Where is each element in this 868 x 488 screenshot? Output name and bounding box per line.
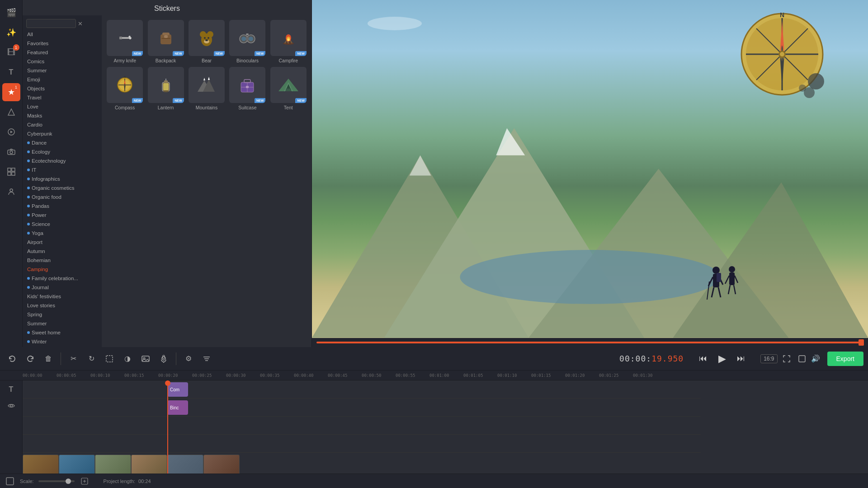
- scale-expand-button[interactable]: [79, 476, 90, 487]
- volume-button[interactable]: 🔊: [811, 354, 820, 363]
- cat-travel[interactable]: Travel: [23, 93, 102, 102]
- add-track-button[interactable]: [5, 476, 15, 487]
- cat-comics[interactable]: Comics: [23, 57, 102, 66]
- clip-compass[interactable]: Com: [167, 382, 188, 397]
- expand-button[interactable]: [780, 352, 793, 365]
- sticker-army-knife[interactable]: NEW Army knife: [106, 20, 143, 63]
- cat-cardio[interactable]: Cardio: [23, 120, 102, 129]
- text-icon[interactable]: T: [2, 63, 20, 81]
- sticker-bear[interactable]: NEW Bear: [188, 20, 225, 63]
- play-button[interactable]: ▶: [714, 351, 730, 366]
- scale-slider[interactable]: [38, 480, 75, 482]
- cat-all[interactable]: All: [23, 30, 102, 39]
- crop-button[interactable]: [102, 351, 117, 366]
- cat-ecotechnology[interactable]: Ecotechnology: [23, 156, 102, 165]
- cut-button[interactable]: ✂: [66, 351, 81, 366]
- search-close-icon[interactable]: ✕: [78, 20, 83, 27]
- svg-rect-115: [799, 356, 805, 362]
- cat-winter[interactable]: Winter: [23, 337, 102, 346]
- tl-eye-tool[interactable]: [4, 399, 19, 413]
- video-icon[interactable]: 🎬: [2, 4, 20, 22]
- skip-forward-button[interactable]: ⏭: [733, 351, 749, 366]
- progress-track[interactable]: [316, 342, 863, 343]
- undo-button[interactable]: [5, 351, 20, 366]
- image-button[interactable]: [138, 351, 153, 366]
- sticker-tent-thumb: NEW: [270, 67, 307, 103]
- search-input[interactable]: [26, 19, 76, 28]
- cat-bohemian[interactable]: Bohemian: [23, 256, 102, 265]
- audio-button[interactable]: [156, 351, 171, 366]
- tl-text-tool[interactable]: T: [4, 382, 19, 397]
- cat-emoji[interactable]: Emoji: [23, 75, 102, 84]
- filters-button[interactable]: [199, 351, 214, 366]
- shapes-icon[interactable]: [2, 103, 20, 121]
- sticker-mountains[interactable]: Mountains: [188, 67, 225, 110]
- project-length-label: Project length: 00:24: [104, 479, 151, 484]
- cat-summer[interactable]: Summer: [23, 66, 102, 75]
- cat-camping[interactable]: Camping: [23, 265, 102, 274]
- cat-airport[interactable]: Airport: [23, 238, 102, 247]
- svg-point-86: [729, 266, 735, 272]
- sticker-binoculars[interactable]: NEW Binoculars: [229, 20, 266, 63]
- ruler-mark: 00:00:40: [294, 373, 328, 378]
- delete-button[interactable]: 🗑: [41, 351, 56, 366]
- effects-icon[interactable]: ✨: [2, 23, 20, 42]
- track-row-empty: [23, 417, 701, 435]
- scale-thumb[interactable]: [66, 479, 71, 484]
- cat-it-label: IT: [32, 167, 36, 173]
- progress-thumb[interactable]: [859, 339, 864, 346]
- cat-all-label: All: [27, 32, 33, 37]
- svg-rect-51: [163, 83, 169, 90]
- cat-family[interactable]: Family celebration...: [23, 274, 102, 283]
- sticker-suitcase[interactable]: NEW Suitcase: [229, 67, 266, 110]
- fullscreen-button[interactable]: [796, 352, 808, 365]
- cat-featured[interactable]: Featured: [23, 48, 102, 57]
- stickers-icon[interactable]: ★ 1: [2, 83, 20, 101]
- cat-ecology[interactable]: Ecology: [23, 147, 102, 156]
- grid-icon[interactable]: [2, 163, 20, 181]
- cat-organic-food[interactable]: Organic food: [23, 192, 102, 202]
- cat-infographics[interactable]: Infographics: [23, 174, 102, 183]
- cat-love-stories[interactable]: Love stories: [23, 301, 102, 310]
- ruler-marks: 00:00:00 00:00:05 00:00:10 00:00:15 00:0…: [23, 373, 667, 378]
- cat-sweet-home[interactable]: Sweet home: [23, 328, 102, 337]
- cat-journal[interactable]: Journal: [23, 283, 102, 292]
- cat-favorites[interactable]: Favorites: [23, 39, 102, 48]
- cat-yoga[interactable]: Yoga: [23, 229, 102, 238]
- camera-icon[interactable]: [2, 143, 20, 161]
- sticker-campfire[interactable]: NEW Campfire: [270, 20, 307, 63]
- cat-kids[interactable]: Kids' festivities: [23, 292, 102, 301]
- sticker-compass[interactable]: N NEW Compass: [106, 67, 143, 110]
- sticker-tent[interactable]: NEW Tent: [270, 67, 307, 110]
- cat-dance[interactable]: Dance: [23, 138, 102, 147]
- toolbar: 🗑 ✂ ↻ ◑ ⚙ 00:00:19.950 ⏮ ▶ ⏭ 16:9 🔊 Expo…: [0, 347, 868, 371]
- sticker-lantern[interactable]: NEW Lantern: [147, 67, 184, 110]
- cat-autumn[interactable]: Autumn: [23, 247, 102, 256]
- cat-cyberpunk[interactable]: Cyberpunk: [23, 129, 102, 138]
- timeline-tracks[interactable]: Com Binc: [23, 380, 868, 474]
- cat-power[interactable]: Power: [23, 211, 102, 220]
- cat-objects[interactable]: Objects: [23, 84, 102, 93]
- cat-masks[interactable]: Masks: [23, 111, 102, 120]
- cat-organic-cosmetics[interactable]: Organic cosmetics: [23, 183, 102, 192]
- export-button[interactable]: Export: [827, 352, 863, 366]
- cat-spring[interactable]: Spring: [23, 310, 102, 319]
- redo-button[interactable]: [23, 351, 38, 366]
- media-icon[interactable]: 🎞 1: [2, 43, 20, 61]
- cat-pandas[interactable]: Pandas: [23, 202, 102, 211]
- sticker-campfire-label: Campfire: [278, 58, 298, 63]
- cat-science[interactable]: Science: [23, 220, 102, 229]
- motion-icon[interactable]: [2, 123, 20, 141]
- cat-love[interactable]: Love: [23, 102, 102, 111]
- rotate-button[interactable]: ↻: [84, 351, 99, 366]
- sticker-backpack[interactable]: NEW Backpack: [147, 20, 184, 63]
- svg-rect-5: [12, 168, 15, 171]
- settings-button[interactable]: ⚙: [181, 351, 196, 366]
- person-icon[interactable]: [2, 183, 20, 201]
- cat-summer2[interactable]: Summer: [23, 319, 102, 328]
- skip-back-button[interactable]: ⏮: [695, 351, 711, 366]
- playback-bar[interactable]: [312, 338, 868, 347]
- color-button[interactable]: ◑: [120, 351, 135, 366]
- clip-binoculars[interactable]: Binc: [167, 400, 188, 415]
- cat-it[interactable]: IT: [23, 165, 102, 174]
